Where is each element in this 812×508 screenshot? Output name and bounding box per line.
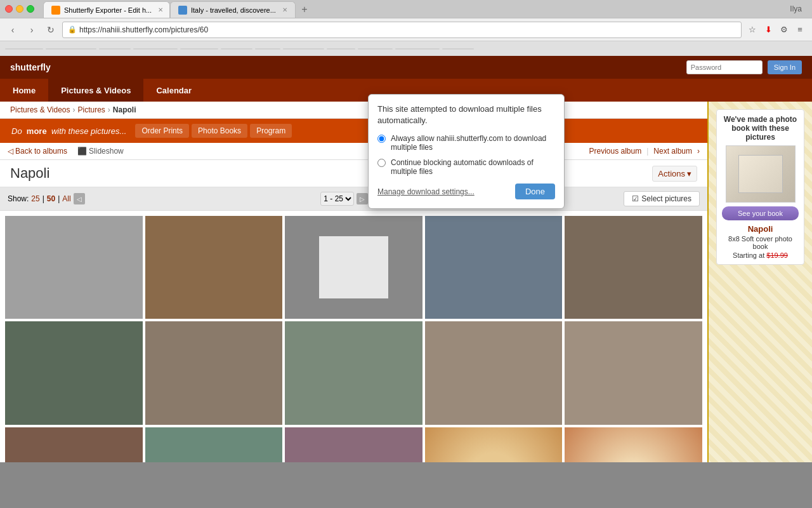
page-content: shutterfly Sign In Home Pictures & Video… [0, 56, 812, 462]
popup-radio-allow[interactable] [377, 135, 386, 143]
maximize-window-button[interactable] [27, 5, 34, 13]
popup-title: This site attempted to download multiple… [377, 104, 555, 126]
download-permission-popup: This site attempted to download multiple… [368, 94, 565, 209]
popup-option-allow[interactable]: Always allow nahiii.shutterfly.com to do… [377, 134, 555, 152]
tab-italy[interactable]: Italy - travelled, discovere... ✕ [170, 1, 296, 18]
bookmark-10[interactable] [358, 48, 393, 50]
download-icon[interactable]: ⬇ [761, 23, 775, 37]
popup-footer: Manage download settings... Done [377, 184, 555, 199]
tab-close-italy[interactable]: ✕ [282, 6, 287, 13]
tab-label-shutterfly: Shutterfly Exporter - Edit h... [64, 6, 152, 14]
bookmark-7[interactable] [255, 48, 280, 50]
address-input[interactable]: 🔒 https://nahiii.shutterfly.com/pictures… [62, 22, 742, 38]
new-tab-button[interactable]: + [296, 1, 313, 18]
bookmarks-bar [0, 41, 812, 56]
popup-option-allow-label: Always allow nahiii.shutterfly.com to do… [391, 134, 555, 152]
bookmark-2[interactable] [46, 48, 96, 50]
address-bar: ‹ › ↻ 🔒 https://nahiii.shutterfly.com/pi… [0, 18, 812, 41]
bookmark-11[interactable] [395, 48, 440, 50]
popup-overlay: This site attempted to download multiple… [0, 56, 812, 462]
bookmark-12[interactable] [442, 48, 474, 50]
tab-close-shutterfly[interactable]: ✕ [158, 6, 163, 13]
browser-user: Ilya [790, 4, 807, 13]
tab-favicon-italy [178, 6, 187, 15]
popup-option-block-label: Continue blocking automatic downloads of… [391, 158, 555, 176]
title-bar: Shutterfly Exporter - Edit h... ✕ Italy … [0, 0, 812, 18]
bookmark-4[interactable] [133, 48, 178, 50]
address-text: https://nahiii.shutterfly.com/pictures/6… [79, 25, 208, 34]
close-window-button[interactable] [5, 5, 13, 13]
ssl-icon: 🔒 [68, 25, 77, 34]
traffic-lights [5, 5, 34, 13]
popup-option-block[interactable]: Continue blocking automatic downloads of… [377, 158, 555, 176]
tab-shutterfly[interactable]: Shutterfly Exporter - Edit h... ✕ [43, 1, 170, 18]
menu-icon[interactable]: ≡ [793, 23, 807, 37]
bookmark-1[interactable] [5, 48, 43, 50]
bookmark-star-icon[interactable]: ☆ [745, 23, 759, 37]
bookmark-6[interactable] [221, 48, 252, 50]
tab-favicon-shutterfly [51, 6, 60, 15]
manage-download-settings-link[interactable]: Manage download settings... [377, 187, 475, 196]
bookmark-9[interactable] [327, 48, 355, 50]
reload-button[interactable]: ↻ [43, 22, 58, 37]
popup-radio-block[interactable] [377, 159, 386, 167]
bookmark-3[interactable] [99, 48, 131, 50]
minimize-window-button[interactable] [16, 5, 23, 13]
bookmark-5[interactable] [180, 48, 218, 50]
tabs-bar: Shutterfly Exporter - Edit h... ✕ Italy … [38, 0, 786, 18]
back-button[interactable]: ‹ [5, 22, 20, 37]
browser-toolbar: ☆ ⬇ ⚙ ≡ [745, 23, 807, 37]
forward-button[interactable]: › [24, 22, 39, 37]
extensions-icon[interactable]: ⚙ [777, 23, 791, 37]
tab-label-italy: Italy - travelled, discovere... [191, 6, 276, 14]
popup-done-button[interactable]: Done [515, 184, 555, 199]
bookmark-8[interactable] [283, 48, 324, 50]
